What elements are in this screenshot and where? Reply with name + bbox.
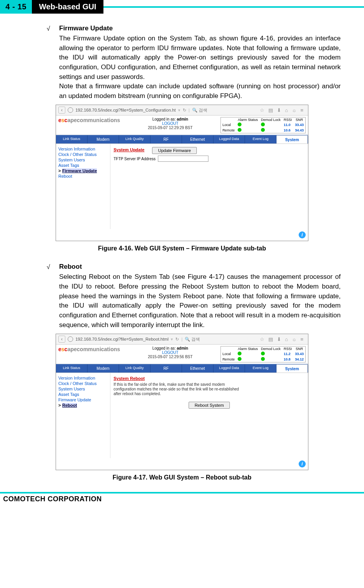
tab-event-log[interactable]: Event Log bbox=[245, 135, 276, 144]
sidebar-item-users[interactable]: System Users bbox=[58, 157, 108, 163]
download-icon[interactable]: ⬇ bbox=[277, 107, 281, 113]
reboot-paragraph: Selecting Reboot on the System Tab (see … bbox=[59, 272, 341, 330]
search-input[interactable]: 🔍 검색 bbox=[185, 336, 200, 342]
tab-rf[interactable]: RF bbox=[150, 364, 182, 373]
timestamp: 2015-09-07 12:29:29 BST bbox=[124, 126, 217, 130]
firmware-paragraph-1: The Firmware Update option on the System… bbox=[59, 34, 341, 82]
panel: System Reboot If this is the far-side of… bbox=[110, 373, 308, 458]
sidebar-item-users[interactable]: System Users bbox=[58, 386, 108, 392]
reboot-heading: Reboot bbox=[59, 263, 82, 271]
home-icon[interactable]: ⌂ bbox=[285, 107, 288, 113]
figure-caption-2: Figure 4-17. Web GUI System – Reboot sub… bbox=[23, 474, 341, 481]
status-box: Alarm Status Demod Lock RSSI SNR Local 1… bbox=[220, 117, 306, 133]
sidebar-item-reboot[interactable]: Reboot bbox=[58, 173, 108, 179]
tab-system[interactable]: System bbox=[276, 364, 308, 373]
sidebar-item-asset[interactable]: Asset Tags bbox=[58, 392, 108, 397]
menu-icon[interactable]: ≡ bbox=[300, 107, 303, 113]
sun-icon[interactable]: ☼ bbox=[292, 336, 296, 342]
tftp-ip-input[interactable] bbox=[158, 156, 208, 162]
back-button[interactable]: ‹ bbox=[58, 107, 65, 114]
tab-logged-data[interactable]: Logged Data bbox=[214, 135, 245, 144]
header-rule bbox=[103, 6, 364, 8]
sidebar-item-version[interactable]: Version Information bbox=[58, 146, 108, 152]
url-text[interactable]: 192.168.70.5/index.cgi?file=System_Confi… bbox=[75, 108, 176, 112]
search-input[interactable]: 🔍 검색 bbox=[192, 107, 207, 113]
status-box: Alarm Status Demod Lock RSSI SNR Local 1… bbox=[220, 346, 306, 362]
update-firmware-button[interactable]: Update Firmware bbox=[152, 147, 196, 154]
timestamp: 2015-09-07 12:29:56 BST bbox=[124, 355, 217, 359]
tab-logged-data[interactable]: Logged Data bbox=[214, 364, 245, 373]
check-icon: √ bbox=[47, 263, 52, 271]
tab-system[interactable]: System bbox=[276, 135, 308, 144]
tab-link-status[interactable]: Link Status bbox=[56, 364, 88, 373]
firmware-update-section: √ Firmware Update The Firmware Update op… bbox=[23, 24, 341, 252]
screenshot-firmware: ‹ 192.168.70.5/index.cgi?file=System_Con… bbox=[56, 105, 308, 241]
tab-ethernet[interactable]: Ethernet bbox=[182, 135, 214, 144]
status-dot-icon bbox=[261, 128, 265, 132]
workspace: Version Information Clock / Other Status… bbox=[56, 144, 308, 241]
tab-bar: Link Status Modem Link Quality RF Ethern… bbox=[56, 364, 308, 373]
status-dot-icon bbox=[238, 128, 242, 132]
refresh-icon[interactable]: ↻ bbox=[175, 337, 179, 342]
status-dot-icon bbox=[261, 352, 265, 355]
tab-ethernet[interactable]: Ethernet bbox=[182, 364, 214, 373]
page-header: 4 - 15 Web-based GUI bbox=[0, 0, 364, 14]
bookmark-icon[interactable]: ▤ bbox=[268, 107, 273, 113]
tab-rf[interactable]: RF bbox=[150, 135, 182, 144]
workspace: Version Information Clock / Other Status… bbox=[56, 373, 308, 470]
tab-modem[interactable]: Modem bbox=[88, 135, 119, 144]
panel: System Update Update Firmware TFTP Serve… bbox=[110, 144, 308, 229]
star-icon[interactable]: ☆ bbox=[260, 336, 264, 342]
sidebar-item-clock[interactable]: Clock / Other Status bbox=[58, 381, 108, 386]
logout-link[interactable]: LOGOUT bbox=[124, 121, 217, 126]
home-icon[interactable]: ⌂ bbox=[285, 336, 288, 342]
sidebar-item-firmware[interactable]: Firmware Update bbox=[58, 397, 108, 402]
tab-link-status[interactable]: Link Status bbox=[56, 135, 88, 144]
info-icon[interactable]: i bbox=[299, 231, 306, 238]
logo: escapecommunications bbox=[58, 117, 120, 123]
info-icon[interactable]: i bbox=[299, 460, 306, 467]
separator: ▾ bbox=[178, 108, 180, 113]
download-icon[interactable]: ⬇ bbox=[277, 336, 281, 342]
back-button[interactable]: ‹ bbox=[58, 336, 65, 343]
panel-title: System Reboot bbox=[114, 376, 305, 381]
sidebar-item-firmware[interactable]: >Firmware Update bbox=[58, 168, 108, 173]
star-icon[interactable]: ☆ bbox=[260, 107, 264, 113]
page-title-tag: Web-based GUI bbox=[32, 0, 103, 14]
menu-icon[interactable]: ≡ bbox=[300, 336, 303, 342]
tftp-label: TFTP Server IP Address bbox=[114, 157, 156, 161]
firmware-paragraph-2: Note that a firmware update can include … bbox=[59, 82, 341, 101]
tab-event-log[interactable]: Event Log bbox=[245, 364, 276, 373]
separator: ▾ bbox=[171, 337, 173, 342]
page-footer: COMOTECH CORPORATION bbox=[0, 492, 364, 507]
status-dot-icon bbox=[261, 357, 265, 361]
tab-modem[interactable]: Modem bbox=[88, 364, 119, 373]
page-number-tag: 4 - 15 bbox=[0, 0, 32, 14]
logo: escapecommunications bbox=[58, 346, 120, 352]
status-dot-icon bbox=[238, 352, 242, 355]
tab-link-quality[interactable]: Link Quality bbox=[119, 135, 150, 144]
logout-link[interactable]: LOGOUT bbox=[124, 350, 217, 355]
tab-bar: Link Status Modem Link Quality RF Ethern… bbox=[56, 135, 308, 144]
status-dot-icon bbox=[261, 122, 265, 126]
sidebar-item-clock[interactable]: Clock / Other Status bbox=[58, 152, 108, 157]
bookmark-icon[interactable]: ▤ bbox=[268, 336, 273, 342]
panel-title: System Update bbox=[114, 147, 144, 152]
refresh-icon[interactable]: ↻ bbox=[183, 108, 186, 113]
figure-caption-1: Figure 4-16. Web GUI System – Firmware U… bbox=[23, 245, 341, 252]
reboot-warning: If this is the far-side of the link, mak… bbox=[114, 382, 246, 396]
browser-toolbar: ‹ 192.168.70.5/index.cgi?file=System_Con… bbox=[56, 105, 308, 116]
firmware-heading: Firmware Update bbox=[59, 24, 113, 32]
sun-icon[interactable]: ☼ bbox=[292, 107, 296, 113]
reboot-section: √ Reboot Selecting Reboot on the System … bbox=[23, 263, 341, 481]
reboot-system-button[interactable]: Reboot System bbox=[189, 402, 229, 409]
app-header: escapecommunications Logged in as: admin… bbox=[56, 116, 308, 135]
status-dot-icon bbox=[238, 357, 242, 361]
sidebar-item-asset[interactable]: Asset Tags bbox=[58, 163, 108, 168]
url-text[interactable]: 192.168.70.5/index.cgi?file=System_Reboo… bbox=[75, 337, 168, 341]
tab-link-quality[interactable]: Link Quality bbox=[119, 364, 150, 373]
screenshot-reboot: ‹ 192.168.70.5/index.cgi?file=System_Reb… bbox=[56, 334, 308, 470]
app-header: escapecommunications Logged in as: admin… bbox=[56, 345, 308, 364]
sidebar-item-version[interactable]: Version Information bbox=[58, 375, 108, 381]
sidebar-item-reboot[interactable]: >Reboot bbox=[58, 402, 108, 408]
